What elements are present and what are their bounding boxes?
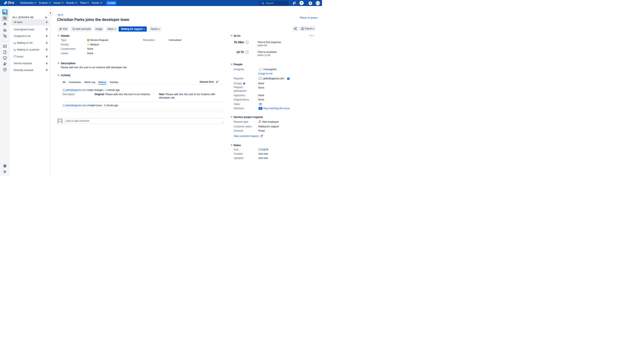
svg-text:?: ? <box>260 68 261 71</box>
svg-text:?: ? <box>301 2 302 5</box>
